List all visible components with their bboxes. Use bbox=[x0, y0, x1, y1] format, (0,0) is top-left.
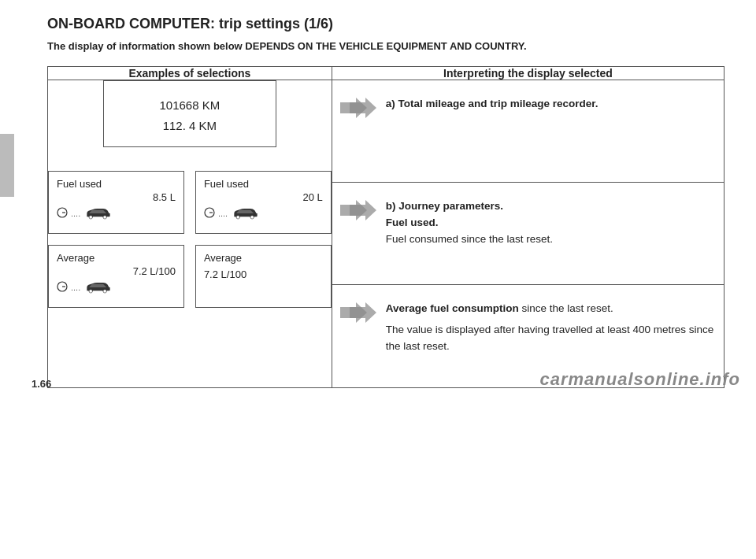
svg-point-6 bbox=[236, 216, 239, 219]
fuel-gauge-icon-3 bbox=[57, 281, 68, 294]
right-row-b: b) Journey parameters. Fuel used. Fuel c… bbox=[332, 183, 724, 285]
avg-box1-value: 7.2 L/100 bbox=[57, 265, 176, 277]
svg-point-7 bbox=[250, 216, 254, 219]
row-b-detail: Fuel consumed since the last reset. bbox=[386, 233, 553, 245]
mileage-box: 101668 KM 112. 4 KM bbox=[103, 80, 276, 147]
fuel-box-2: Fuel used 20 L .... bbox=[195, 171, 332, 234]
page-subtitle: The display of information shown below D… bbox=[47, 40, 724, 52]
row-c-text: Average fuel consumption since the last … bbox=[386, 301, 716, 355]
left-tab bbox=[0, 134, 14, 197]
row-c-bold: Average fuel consumption bbox=[386, 302, 519, 314]
svg-marker-17 bbox=[350, 302, 376, 323]
svg-point-11 bbox=[103, 290, 106, 293]
fuel-box1-value: 8.5 L bbox=[57, 191, 176, 203]
row-a-text: a) Total mileage and trip mileage record… bbox=[386, 96, 716, 113]
header-right: Interpreting the display selected bbox=[332, 67, 724, 80]
double-arrow-a bbox=[340, 96, 376, 122]
svg-marker-15 bbox=[350, 200, 376, 220]
row-a-prefix: a) Total mileage and trip mileage record… bbox=[386, 98, 598, 109]
row-b-sub: Fuel used. bbox=[386, 217, 439, 228]
examples-cell: 101668 KM 112. 4 KM Fuel used 8.5 L bbox=[48, 80, 332, 388]
car-row-1: .... bbox=[57, 206, 176, 220]
avg-box2-value: 7.2 L/100 bbox=[204, 268, 323, 280]
fuel-used-row: Fuel used 8.5 L .... bbox=[48, 171, 332, 234]
fuel-box1-label: Fuel used bbox=[57, 178, 176, 190]
fuel-gauge-icon-1 bbox=[57, 207, 68, 220]
double-arrow-c bbox=[340, 301, 376, 327]
fuel-box2-label: Fuel used bbox=[204, 178, 323, 190]
watermark: carmanualsonline.info bbox=[540, 369, 741, 390]
mileage-line2: 112. 4 KM bbox=[120, 116, 260, 136]
dots-2: .... bbox=[218, 209, 228, 218]
car-row-2: .... bbox=[204, 206, 323, 220]
interpreting-cell: a) Total mileage and trip mileage record… bbox=[332, 80, 724, 388]
svg-point-10 bbox=[89, 290, 92, 293]
avg-box1-label: Average bbox=[57, 252, 176, 264]
avg-box-1: Average 7.2 L/100 .... bbox=[48, 245, 184, 308]
fuel-gauge-icon-2 bbox=[204, 207, 215, 220]
average-row: Average 7.2 L/100 .... bbox=[48, 245, 332, 308]
header-left: Examples of selections bbox=[48, 67, 332, 80]
dots-3: .... bbox=[71, 283, 80, 292]
avg-box-2: Average 7.2 L/100 bbox=[195, 245, 332, 308]
page-container: ON-BOARD COMPUTER: trip settings (1/6) T… bbox=[0, 0, 756, 404]
dots-1: .... bbox=[71, 209, 80, 218]
car-silhouette-3 bbox=[83, 280, 113, 294]
svg-point-3 bbox=[103, 216, 106, 219]
row-b-title: b) Journey parameters. bbox=[386, 200, 503, 212]
right-row-a: a) Total mileage and trip mileage record… bbox=[332, 80, 724, 183]
svg-marker-13 bbox=[350, 98, 376, 118]
page-number: 1.66 bbox=[32, 378, 51, 390]
car-silhouette-2 bbox=[231, 206, 261, 220]
row-c-rest: since the last reset. bbox=[519, 302, 613, 314]
main-table: Examples of selections Interpreting the … bbox=[47, 66, 724, 388]
car-row-3: .... bbox=[57, 280, 176, 294]
fuel-box2-value: 20 L bbox=[204, 191, 323, 203]
svg-point-2 bbox=[89, 216, 92, 219]
mileage-line1: 101668 KM bbox=[120, 95, 260, 116]
page-title: ON-BOARD COMPUTER: trip settings (1/6) bbox=[47, 16, 724, 32]
row-b-text: b) Journey parameters. Fuel used. Fuel c… bbox=[386, 198, 716, 248]
car-silhouette-1 bbox=[83, 206, 113, 220]
row-c-detail: The value is displayed after having trav… bbox=[386, 322, 716, 355]
fuel-box-1: Fuel used 8.5 L .... bbox=[48, 171, 184, 234]
double-arrow-b bbox=[340, 198, 376, 224]
avg-box2-label: Average bbox=[204, 252, 323, 264]
